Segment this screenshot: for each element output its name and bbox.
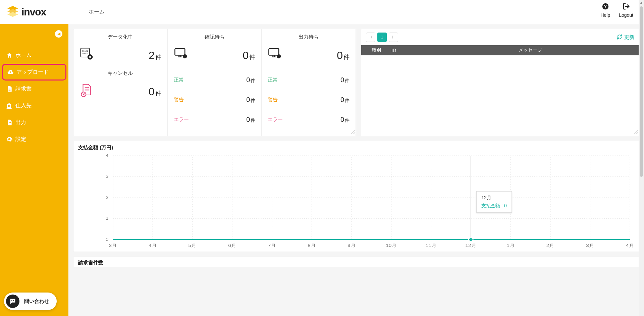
sidebar-item-cloud-upload[interactable]: アップロード [2, 64, 66, 81]
sidebar-item-label: アップロード [16, 69, 61, 76]
sidebar-nav: ホームアップロード請求書仕入先出力設定 [0, 47, 68, 148]
tooltip-value: 支払金額 : 0 [481, 203, 506, 209]
payment-chart-area[interactable]: 012343月4月5月6月7月8月9月10月11月12月1月2月3月4月 12月… [78, 152, 634, 250]
logout-button[interactable]: Logout [619, 3, 633, 18]
help-button[interactable]: ? Help [600, 3, 610, 18]
stat-sub-row: 正常0件 [174, 76, 256, 84]
stat-sub-value: 0 [246, 116, 250, 123]
svg-point-9 [11, 300, 12, 301]
stat-sub-label: エラー [174, 116, 189, 123]
svg-text:4月: 4月 [626, 243, 634, 248]
svg-text:7月: 7月 [268, 243, 276, 248]
svg-text:12月: 12月 [465, 243, 476, 248]
svg-rect-6 [9, 105, 10, 106]
stat-sub-value: 0 [340, 116, 344, 123]
brand: invox [7, 5, 75, 19]
stat-sub-row: エラー0件 [268, 116, 350, 123]
stat-title: 出力待ち [268, 34, 350, 40]
stat-sub-value: 0 [246, 76, 250, 84]
svg-text:9月: 9月 [347, 243, 356, 248]
sidebar-collapse-button[interactable]: ◀ [55, 30, 62, 38]
messages-col-message: メッセージ [422, 47, 639, 53]
stat-column: データ化中01101100102件キャンセル0件 [73, 29, 168, 136]
contact-label: 問い合わせ [24, 298, 49, 305]
sidebar-item-label: 仕入先 [15, 102, 62, 109]
svg-text:2月: 2月 [546, 243, 554, 248]
messages-table-header: 種別 ID メッセージ [361, 45, 639, 55]
messages-toolbar: 〈 1 〉 更新 [361, 29, 639, 45]
cloud-upload-icon [7, 69, 16, 75]
svg-text:3月: 3月 [586, 243, 594, 248]
stat-unit: 件 [155, 53, 161, 61]
stat-icon [79, 83, 94, 100]
svg-text:10010: 10010 [82, 52, 88, 54]
payment-chart-title: 支払金額 (万円) [78, 145, 634, 151]
svg-text:6月: 6月 [228, 243, 236, 248]
stat-unit: 件 [251, 78, 255, 84]
stat-sub-label: エラー [268, 116, 283, 123]
tooltip-month: 12月 [481, 195, 506, 201]
svg-rect-5 [8, 105, 9, 106]
svg-text:4: 4 [106, 153, 109, 158]
brand-name: invox [21, 6, 46, 18]
svg-rect-19 [184, 54, 185, 55]
svg-text:3: 3 [106, 174, 109, 179]
pager-current: 1 [377, 33, 387, 42]
contact-button[interactable]: 問い合わせ [4, 293, 57, 310]
logout-label: Logout [619, 12, 633, 18]
pager-prev-button[interactable]: 〈 [366, 33, 375, 42]
home-icon [6, 52, 15, 59]
stat-sub-row: 警告0件 [174, 96, 256, 104]
dashboard-top-row: データ化中01101100102件キャンセル0件確認待ち0件正常0件警告0件エラ… [73, 29, 639, 136]
sidebar-item-file[interactable]: 請求書 [0, 81, 68, 97]
stat-sub-value: 0 [246, 96, 250, 104]
payment-chart-panel: 支払金額 (万円) 012343月4月5月6月7月8月9月10月11月12月1月… [73, 141, 639, 252]
stat-sub-label: 警告 [174, 97, 184, 103]
sidebar-item-export[interactable]: 出力 [0, 114, 68, 131]
stat-icon [268, 47, 282, 64]
stat-title: 確認待ち [174, 34, 256, 40]
stat-unit: 件 [251, 117, 255, 123]
stat-unit: 件 [345, 78, 350, 84]
scroll-up-icon[interactable]: ▲ [640, 1, 643, 4]
stat-sub-label: 正常 [268, 77, 278, 83]
svg-rect-8 [9, 106, 10, 107]
stat-value: 0 [337, 49, 343, 62]
stat-unit: 件 [345, 98, 350, 104]
stat-icon [174, 47, 188, 64]
svg-text:01101: 01101 [82, 50, 88, 52]
sidebar-item-home[interactable]: ホーム [0, 47, 68, 64]
stat-sub-label: 正常 [174, 77, 184, 83]
chevron-left-icon: ◀ [57, 32, 60, 36]
export-icon [6, 119, 15, 126]
scrollbar-thumb[interactable] [640, 6, 643, 177]
stat-title: データ化中 [79, 34, 161, 40]
app-header: invox ホーム ? Help Logout [0, 0, 644, 24]
stat-big: 01101100102件 [79, 47, 161, 64]
stat-value: 0 [149, 86, 155, 98]
stat-value: 0 [243, 49, 249, 62]
sidebar-item-building[interactable]: 仕入先 [0, 97, 68, 114]
stat-column: 出力待ち0件正常0件警告0件エラー0件 [262, 29, 356, 136]
svg-text:4月: 4月 [149, 243, 157, 248]
stat-unit: 件 [345, 117, 350, 123]
brand-logo-icon [7, 5, 19, 19]
page-scrollbar[interactable]: ▲ [639, 0, 644, 316]
stat-unit: 件 [155, 89, 161, 97]
refresh-icon [617, 34, 622, 41]
resize-handle-icon[interactable] [351, 129, 355, 135]
sidebar-item-gear[interactable]: 設定 [0, 131, 68, 148]
messages-col-id: ID [391, 48, 422, 53]
svg-rect-7 [8, 106, 9, 107]
pager-next-button[interactable]: 〉 [389, 33, 398, 42]
resize-handle-icon[interactable] [634, 129, 638, 135]
svg-text:5月: 5月 [189, 243, 197, 248]
refresh-button[interactable]: 更新 [617, 34, 634, 41]
svg-text:0: 0 [106, 237, 109, 242]
stat-sub-row: 正常0件 [268, 76, 350, 84]
svg-text:11月: 11月 [426, 243, 437, 248]
breadcrumb: ホーム [89, 8, 105, 15]
logout-icon [623, 3, 630, 12]
stat-title: キャンセル [79, 70, 161, 76]
messages-col-type: 種別 [361, 47, 391, 53]
